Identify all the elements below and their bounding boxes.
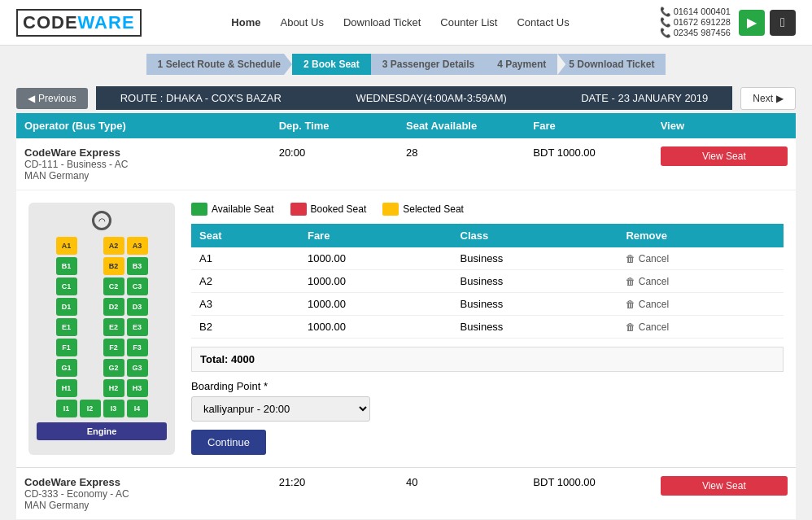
logo-code: CODE bbox=[23, 12, 78, 33]
class-col-header: Class bbox=[452, 224, 618, 247]
legend-booked: Booked Seat bbox=[290, 203, 367, 216]
steps-bar: 1 Select Route & Schedule 2 Book Seat 3 … bbox=[0, 46, 812, 83]
seat-grid: A1A2A3B1B2B3C1C2C3D1D2D3E1E2E3F1F2F3G1G2… bbox=[37, 237, 167, 417]
phone2: 📞 01672 691228 bbox=[660, 17, 731, 28]
booked-color-box bbox=[290, 203, 307, 216]
android-icon[interactable]: ▶ bbox=[739, 10, 765, 36]
bus-fare-1: BDT 1000.00 bbox=[533, 146, 660, 159]
col-view: View bbox=[661, 120, 788, 132]
seat-F3[interactable]: F3 bbox=[127, 339, 148, 356]
next-button[interactable]: Next ▶ bbox=[740, 87, 796, 110]
bus-info-1: CodeWare Express CD-111 - Business - AC … bbox=[24, 146, 279, 181]
col-dep: Dep. Time bbox=[279, 120, 406, 132]
col-operator: Operator (Bus Type) bbox=[24, 120, 279, 132]
seat-I4[interactable]: I4 bbox=[127, 400, 148, 417]
main-content: Operator (Bus Type) Dep. Time Seat Avail… bbox=[0, 113, 812, 520]
prev-button[interactable]: ◀ Previous bbox=[16, 88, 88, 109]
seat-C2[interactable]: C2 bbox=[103, 277, 124, 295]
seat-B3[interactable]: B3 bbox=[127, 257, 148, 275]
booked-label: Booked Seat bbox=[311, 203, 367, 215]
total-bar: Total: 4000 bbox=[191, 347, 784, 372]
seat-A2[interactable]: A2 bbox=[103, 237, 124, 255]
seat-I1[interactable]: I1 bbox=[56, 400, 77, 417]
seat-cell: A1 bbox=[191, 247, 299, 270]
continue-button[interactable]: Continue bbox=[191, 430, 266, 455]
bus-detail2-2: MAN Germany bbox=[24, 500, 279, 511]
boarding-select[interactable]: kalliyanpur - 20:00Dhaka - 20:30 bbox=[191, 396, 370, 422]
bus-fare-2: BDT 1000.00 bbox=[533, 476, 660, 488]
seat-cell: A3 bbox=[191, 293, 299, 316]
table-row: A2 1000.00 Business 🗑 Cancel bbox=[191, 270, 784, 293]
seat-I2[interactable]: I2 bbox=[80, 400, 101, 417]
nav-counter[interactable]: Counter List bbox=[440, 16, 497, 28]
step-4[interactable]: 4 Payment bbox=[486, 54, 557, 75]
nav-download[interactable]: Download Ticket bbox=[343, 16, 421, 28]
class-cell: Business bbox=[452, 293, 618, 316]
logo-ware: WARE bbox=[78, 12, 135, 33]
step-3[interactable]: 3 Passenger Details bbox=[371, 54, 486, 75]
seat-C1[interactable]: C1 bbox=[56, 277, 77, 295]
nav-about[interactable]: About Us bbox=[280, 16, 323, 28]
boarding-section: Boarding Point * kalliyanpur - 20:00Dhak… bbox=[191, 380, 784, 455]
table-header: Operator (Bus Type) Dep. Time Seat Avail… bbox=[16, 113, 796, 138]
fare-col-header: Fare bbox=[299, 224, 452, 247]
expanded-section: ◠ A1A2A3B1B2B3C1C2C3D1D2D3E1E2E3F1F2F3G1… bbox=[16, 190, 796, 468]
bus-row-2: CodeWare Express CD-333 - Economy - AC M… bbox=[16, 468, 796, 520]
seat-col-header: Seat bbox=[191, 224, 299, 247]
available-color-box bbox=[191, 203, 207, 216]
seat-H3[interactable]: H3 bbox=[127, 379, 148, 397]
seat-A3[interactable]: A3 bbox=[127, 237, 148, 255]
available-label: Available Seat bbox=[212, 203, 274, 215]
bus-row-1: CodeWare Express CD-111 - Business - AC … bbox=[16, 138, 796, 190]
view-seat-btn-2[interactable]: View Seat bbox=[661, 476, 788, 496]
seat-G1[interactable]: G1 bbox=[56, 359, 77, 377]
selected-seats-table: Seat Fare Class Remove A1 1000.00 Busine… bbox=[191, 224, 784, 339]
bus-name-2: CodeWare Express bbox=[24, 476, 279, 488]
step-2[interactable]: 2 Book Seat bbox=[292, 54, 371, 75]
fare-cell: 1000.00 bbox=[299, 247, 452, 270]
seat-F1[interactable]: F1 bbox=[56, 339, 77, 356]
seat-G2[interactable]: G2 bbox=[103, 359, 124, 377]
col-seats: Seat Available bbox=[406, 120, 533, 132]
seat-B1[interactable]: B1 bbox=[56, 257, 77, 275]
seat-H2[interactable]: H2 bbox=[103, 379, 124, 397]
apple-icon[interactable]:  bbox=[770, 10, 796, 36]
steering-wheel: ◠ bbox=[37, 211, 167, 230]
phone3: 📞 02345 987456 bbox=[660, 28, 731, 38]
phone1: 📞 01614 000401 bbox=[660, 7, 731, 17]
seat-row: B1B2B3 bbox=[37, 257, 167, 275]
table-row: A3 1000.00 Business 🗑 Cancel bbox=[191, 293, 784, 316]
bus-seats-2: 40 bbox=[406, 476, 533, 488]
seat-B2[interactable]: B2 bbox=[103, 257, 124, 275]
legend-available: Available Seat bbox=[191, 203, 274, 216]
seat-I3[interactable]: I3 bbox=[103, 400, 124, 417]
nav-home[interactable]: Home bbox=[231, 16, 260, 28]
seat-E1[interactable]: E1 bbox=[56, 318, 77, 336]
step-1[interactable]: 1 Select Route & Schedule bbox=[146, 54, 292, 75]
selected-label: Selected Seat bbox=[403, 203, 464, 215]
steering-icon: ◠ bbox=[92, 211, 111, 230]
seat-panel: Available Seat Booked Seat Selected Seat bbox=[191, 203, 784, 455]
seat-C3[interactable]: C3 bbox=[127, 277, 148, 295]
cancel-button[interactable]: 🗑 Cancel bbox=[626, 321, 669, 333]
seat-H1[interactable]: H1 bbox=[56, 379, 77, 397]
nav-contact[interactable]: Contact Us bbox=[517, 16, 569, 28]
seat-D1[interactable]: D1 bbox=[56, 298, 77, 316]
seat-G3[interactable]: G3 bbox=[127, 359, 148, 377]
seat-F2[interactable]: F2 bbox=[103, 339, 124, 356]
seat-E2[interactable]: E2 bbox=[103, 318, 124, 336]
seat-D2[interactable]: D2 bbox=[103, 298, 124, 316]
cancel-button[interactable]: 🗑 Cancel bbox=[626, 253, 669, 264]
cancel-button[interactable]: 🗑 Cancel bbox=[626, 276, 669, 287]
seat-row: F1F2F3 bbox=[37, 339, 167, 356]
cancel-button[interactable]: 🗑 Cancel bbox=[626, 299, 669, 310]
seat-D3[interactable]: D3 bbox=[127, 298, 148, 316]
seat-A1[interactable]: A1 bbox=[56, 237, 77, 255]
seat-E3[interactable]: E3 bbox=[127, 318, 148, 336]
view-seat-btn-1[interactable]: View Seat bbox=[661, 146, 788, 166]
bus-dep-1: 20:00 bbox=[279, 146, 406, 159]
header: CODEWARE Home About Us Download Ticket C… bbox=[0, 0, 812, 46]
date-label: DATE - 23 JANUARY 2019 bbox=[581, 92, 708, 104]
step-5[interactable]: 5 Download Ticket bbox=[557, 54, 666, 75]
cancel-cell: 🗑 Cancel bbox=[618, 270, 784, 293]
